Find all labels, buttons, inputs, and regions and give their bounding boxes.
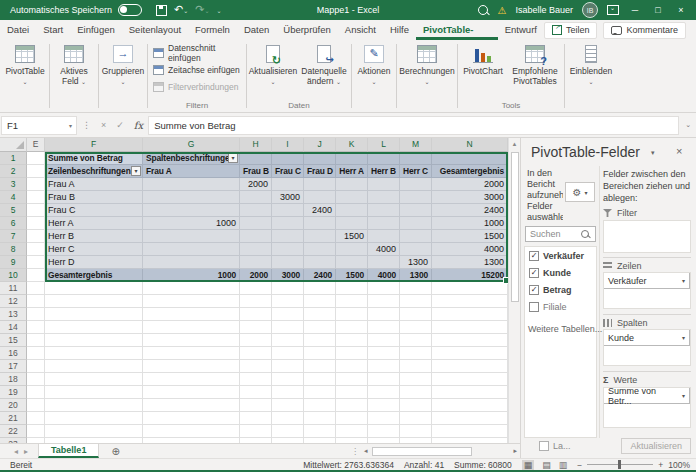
- row-header[interactable]: 22: [0, 425, 27, 438]
- pivottable-button[interactable]: PivotTable⌄: [2, 40, 48, 112]
- column-header[interactable]: L: [368, 138, 400, 152]
- grid-cell[interactable]: 2400: [432, 204, 508, 217]
- grid-cell[interactable]: [432, 373, 508, 386]
- page-layout-view-icon[interactable]: ▤: [542, 460, 551, 470]
- row-header[interactable]: 5: [0, 204, 27, 217]
- grid-cell[interactable]: [143, 256, 240, 269]
- row-header[interactable]: 1: [0, 152, 27, 165]
- grid-cell[interactable]: [304, 191, 336, 204]
- grid-cell[interactable]: [336, 360, 368, 373]
- name-box-caret-icon[interactable]: ▾: [69, 122, 76, 129]
- grid-cell[interactable]: [432, 334, 508, 347]
- field-checkbox[interactable]: [529, 302, 539, 312]
- grid-cell[interactable]: Frau A: [143, 165, 240, 178]
- grid-cell[interactable]: Frau B: [45, 191, 143, 204]
- grid-cell[interactable]: [27, 269, 45, 282]
- tab-start[interactable]: Start: [36, 20, 70, 40]
- grid-cell[interactable]: [272, 282, 304, 295]
- grid-cell[interactable]: [400, 308, 432, 321]
- grid-cell[interactable]: [27, 360, 45, 373]
- grid-cell[interactable]: [45, 334, 143, 347]
- columns-field-chip[interactable]: Kunde▾: [604, 330, 690, 346]
- grid-cell[interactable]: 4000: [368, 243, 400, 256]
- scroll-up-icon[interactable]: ▲: [509, 138, 520, 150]
- field-item-kunde[interactable]: ✓Kunde: [525, 264, 596, 281]
- name-box[interactable]: F1 ▾: [1, 116, 77, 135]
- grid-cell[interactable]: [304, 152, 336, 165]
- grid-cell[interactable]: Herr B: [45, 230, 143, 243]
- grid-cell[interactable]: [400, 178, 432, 191]
- grid-cell[interactable]: [45, 386, 143, 399]
- tab-hilfe[interactable]: Hilfe: [383, 20, 416, 40]
- grid-cell[interactable]: [304, 321, 336, 334]
- grid-cell[interactable]: [143, 230, 240, 243]
- grid-cell[interactable]: Herr B: [368, 165, 400, 178]
- select-all-corner[interactable]: [0, 138, 27, 152]
- grid-cell[interactable]: [400, 217, 432, 230]
- grid-cell[interactable]: [336, 191, 368, 204]
- horizontal-scroll-thumb[interactable]: [372, 447, 472, 456]
- grid-cell[interactable]: [336, 334, 368, 347]
- close-button[interactable]: ×: [674, 5, 688, 15]
- grid-cell[interactable]: [304, 256, 336, 269]
- formula-input[interactable]: Summe von Betrag: [148, 116, 679, 135]
- pane-tools-button[interactable]: ⚙ ▾: [565, 182, 595, 202]
- grid-cell[interactable]: 1000: [143, 269, 240, 282]
- grid-cell[interactable]: [304, 334, 336, 347]
- grid-cell[interactable]: [336, 425, 368, 438]
- grid-cell[interactable]: 2400: [304, 204, 336, 217]
- grid-cell[interactable]: [240, 295, 272, 308]
- grid-cell[interactable]: [27, 217, 45, 230]
- row-header[interactable]: 13: [0, 308, 27, 321]
- share-button[interactable]: Teilen: [544, 22, 598, 39]
- grid-cell[interactable]: 1300: [432, 256, 508, 269]
- grid-cell[interactable]: [143, 334, 240, 347]
- row-header[interactable]: 4: [0, 191, 27, 204]
- zoom-level[interactable]: 100%: [668, 460, 690, 470]
- row-header[interactable]: 10: [0, 269, 27, 282]
- grid-cell[interactable]: Zeilenbeschriftungen▾: [45, 165, 143, 178]
- grid-cell[interactable]: 3000: [432, 191, 508, 204]
- grid-cell[interactable]: [368, 399, 400, 412]
- grid-cell[interactable]: [143, 373, 240, 386]
- grid-cell[interactable]: [400, 386, 432, 399]
- grid-cell[interactable]: [432, 295, 508, 308]
- grid-cell[interactable]: [27, 204, 45, 217]
- grid-cell[interactable]: [240, 425, 272, 438]
- scroll-right-icon[interactable]: ▸: [510, 447, 520, 455]
- sheet-nav-icons[interactable]: ◂▸: [0, 447, 38, 456]
- refresh-button[interactable]: Aktualisieren⌄: [248, 40, 298, 100]
- grid-cell[interactable]: [400, 412, 432, 425]
- grid-cell[interactable]: [272, 347, 304, 360]
- grid-cell[interactable]: Frau D: [304, 165, 336, 178]
- filter-drop-area[interactable]: [603, 220, 691, 253]
- grid-cell[interactable]: [240, 360, 272, 373]
- grid-cell[interactable]: [143, 295, 240, 308]
- grid-cell[interactable]: [336, 373, 368, 386]
- grid-cell[interactable]: 3000: [272, 191, 304, 204]
- grid-cell[interactable]: 1300: [400, 256, 432, 269]
- grid-cell[interactable]: Frau A: [45, 178, 143, 191]
- column-header[interactable]: J: [304, 138, 336, 152]
- expand-formula-bar-icon[interactable]: ⌄: [680, 121, 696, 129]
- grid-cell[interactable]: [304, 425, 336, 438]
- grid-cell[interactable]: [336, 412, 368, 425]
- grid-cell[interactable]: [143, 412, 240, 425]
- sheet-tab-tabelle1[interactable]: Tabelle1: [38, 444, 99, 458]
- grid-cell[interactable]: [27, 347, 45, 360]
- grid-cell[interactable]: [272, 243, 304, 256]
- grid-cell[interactable]: [27, 399, 45, 412]
- grid-cell[interactable]: [27, 165, 45, 178]
- row-header[interactable]: 18: [0, 373, 27, 386]
- grid-cell[interactable]: [368, 334, 400, 347]
- grid-cell[interactable]: [432, 308, 508, 321]
- grid-cell[interactable]: [45, 321, 143, 334]
- row-header[interactable]: 20: [0, 399, 27, 412]
- grid-cell[interactable]: [368, 412, 400, 425]
- rows-drop-area[interactable]: Verkäufer▾: [603, 272, 691, 309]
- row-header[interactable]: 12: [0, 295, 27, 308]
- tab-datei[interactable]: Datei: [0, 20, 36, 40]
- column-header[interactable]: E: [27, 138, 45, 152]
- grid-cell[interactable]: Herr C: [400, 165, 432, 178]
- change-data-source-button[interactable]: Datenquelle ändern ⌄: [298, 40, 350, 100]
